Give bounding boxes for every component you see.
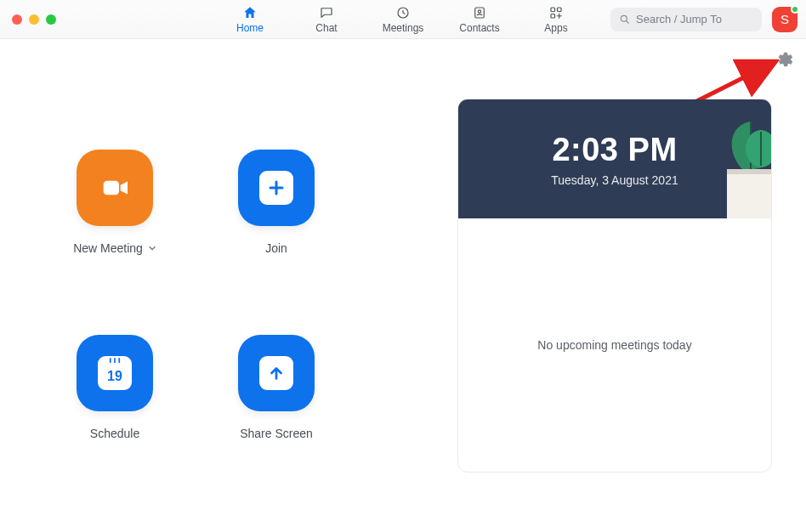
svg-rect-9 [727, 169, 771, 218]
nav-home[interactable]: Home [226, 5, 274, 34]
schedule-label: Schedule [90, 427, 139, 440]
video-icon [94, 171, 135, 205]
calendar-day: 19 [107, 369, 122, 384]
nav-contacts[interactable]: Contacts [456, 5, 503, 34]
clock-time: 2:03 PM [552, 132, 677, 168]
right-controls: Search / Jump To S [610, 7, 806, 32]
top-nav: Home Chat Meetings Contacts Apps [226, 0, 580, 38]
svg-rect-3 [551, 8, 555, 12]
share-screen-label: Share Screen [240, 427, 313, 440]
clock-date: Tuesday, 3 August 2021 [551, 173, 678, 187]
presence-indicator [791, 5, 799, 14]
chat-icon [318, 5, 335, 20]
nav-label: Apps [544, 22, 567, 34]
minimize-window-button[interactable] [29, 14, 39, 25]
upcoming-panel: No upcoming meetings today [458, 218, 771, 472]
home-icon [241, 5, 258, 20]
schedule-action: 19 Schedule [77, 335, 153, 473]
calendar-icon: 19 [98, 356, 132, 390]
nav-label: Meetings [383, 22, 424, 34]
window-controls [0, 14, 56, 25]
close-window-button[interactable] [12, 14, 22, 25]
join-label: Join [265, 241, 287, 255]
avatar-initial: S [780, 12, 789, 26]
search-input[interactable]: Search / Jump To [610, 8, 762, 31]
join-action: Join [238, 150, 315, 287]
schedule-button[interactable]: 19 [77, 335, 153, 411]
contacts-icon [471, 5, 488, 20]
profile-avatar[interactable]: S [772, 7, 797, 32]
search-icon [619, 14, 631, 25]
svg-point-6 [621, 15, 627, 21]
plant-decoration [683, 116, 771, 218]
main-content: New Meeting Join 19 Schedule [0, 39, 806, 473]
clock-icon [394, 5, 412, 20]
action-grid: New Meeting Join 19 Schedule [34, 99, 357, 473]
svg-rect-5 [551, 14, 555, 19]
svg-rect-4 [558, 8, 562, 12]
upcoming-empty-text: No upcoming meetings today [537, 338, 691, 352]
join-button[interactable] [238, 150, 315, 226]
share-screen-action: Share Screen [238, 335, 315, 473]
new-meeting-label: New Meeting [73, 241, 143, 255]
calendar-card: 2:03 PM Tuesday, 3 August 2021 No upcomi… [457, 99, 772, 473]
settings-button[interactable] [777, 51, 794, 68]
share-screen-button[interactable] [238, 335, 315, 411]
nav-chat[interactable]: Chat [303, 5, 350, 34]
new-meeting-label-row[interactable]: New Meeting [73, 241, 156, 255]
nav-label: Home [236, 22, 264, 34]
plus-icon [259, 171, 293, 205]
search-placeholder: Search / Jump To [636, 13, 722, 25]
svg-rect-10 [727, 169, 771, 174]
apps-icon [548, 5, 565, 20]
chevron-down-icon [148, 244, 156, 252]
clock-hero: 2:03 PM Tuesday, 3 August 2021 [458, 99, 771, 218]
nav-apps[interactable]: Apps [532, 5, 580, 34]
upload-arrow-icon [259, 356, 293, 390]
titlebar: Home Chat Meetings Contacts Apps [0, 0, 806, 39]
nav-meetings[interactable]: Meetings [379, 5, 427, 34]
gear-icon [777, 51, 794, 68]
new-meeting-action: New Meeting [73, 150, 156, 287]
nav-label: Contacts [459, 22, 499, 34]
zoom-window-button[interactable] [46, 14, 56, 25]
svg-rect-8 [104, 181, 119, 195]
svg-point-2 [478, 10, 480, 13]
new-meeting-button[interactable] [77, 150, 153, 226]
nav-label: Chat [315, 22, 337, 34]
